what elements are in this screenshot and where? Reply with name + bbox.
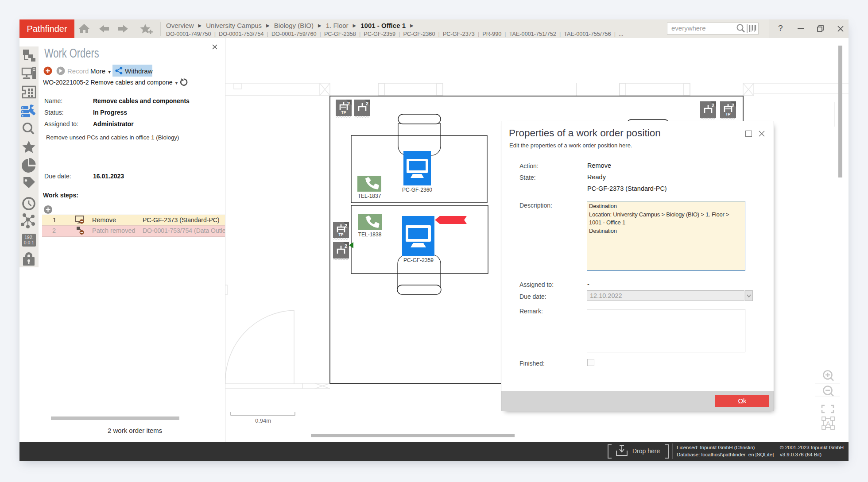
- svg-text:192.: 192.: [24, 235, 33, 240]
- svg-text:0.0.1: 0.0.1: [24, 240, 35, 245]
- svg-text:TEL-1838: TEL-1838: [358, 231, 382, 238]
- svg-text:0.94m: 0.94m: [255, 417, 271, 424]
- svg-text:PC-GF-2360: PC-GF-2360: [402, 187, 432, 193]
- svg-text:PC-GF-2359: PC-GF-2359: [403, 257, 434, 263]
- svg-text:A: A: [826, 420, 830, 427]
- svg-text:TEL-1837: TEL-1837: [358, 193, 381, 199]
